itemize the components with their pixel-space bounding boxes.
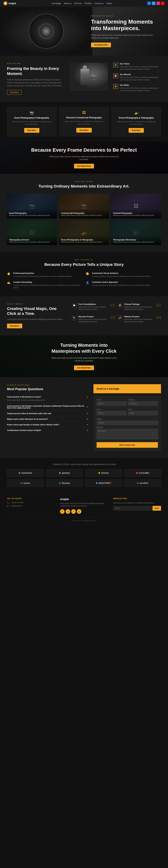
contact-title-box: Send us a message bbox=[94, 384, 161, 393]
nav-portfolio[interactable]: Portfolio bbox=[85, 2, 92, 4]
hero-cta-button[interactable]: Get Started Now bbox=[91, 42, 111, 47]
submit-button[interactable]: Get in touch now bbox=[97, 442, 158, 448]
nav-services[interactable]: Services bbox=[74, 2, 82, 4]
faq-chevron-1: ▼ bbox=[87, 406, 88, 408]
storytelling-icon: ✍ bbox=[7, 281, 11, 284]
logo[interactable]: ◉ snapix bbox=[3, 1, 16, 5]
faq-q-text-2: Tempus posuere tellus do Norinetum adib … bbox=[7, 412, 52, 414]
service-event-cta[interactable]: Read More bbox=[24, 128, 39, 133]
facebook-icon[interactable]: f bbox=[147, 2, 151, 5]
brand-maxtechzo: maxtechzo bbox=[7, 469, 44, 477]
how-read-more-button[interactable]: Read More bbox=[7, 323, 22, 328]
footer-instagram-btn[interactable]: i bbox=[71, 509, 76, 514]
faq-question-0[interactable]: Custo posuere in elit faucibus at ornare… bbox=[7, 396, 88, 398]
portfolio-card-portrait[interactable]: 🖼 Portrait Photography Withas ipsum dolo… bbox=[111, 194, 161, 218]
newsletter-form: Send bbox=[113, 506, 161, 510]
form-row-name-company: Name Company bbox=[97, 399, 158, 407]
cta-title: Turning Moments into Masterpieces with E… bbox=[47, 342, 121, 354]
motto-desc: Withas ipsum dolor sit amet, consectetur… bbox=[120, 87, 161, 92]
nav-homepage[interactable]: Homepage bbox=[52, 2, 61, 4]
parallax-desc: Withas ipsum dolor amet sit consectetur … bbox=[45, 155, 123, 161]
portfolio-card-commercial[interactable]: 📸 Commercial Photography Withas ipsum do… bbox=[59, 194, 109, 218]
twitter-icon[interactable]: t bbox=[152, 2, 156, 5]
portfolio-card-event[interactable]: 📷 Event Photography Withas ipsum dolor s… bbox=[7, 194, 57, 218]
footer-facebook-btn[interactable]: f bbox=[60, 509, 65, 514]
faq-item-4[interactable]: Porten viverra eget faucibus d tristique… bbox=[7, 422, 88, 428]
phone-input[interactable] bbox=[97, 411, 127, 415]
who-read-more-button[interactable]: Read More bbox=[7, 90, 22, 95]
cta-button[interactable]: Get Started Now bbox=[74, 366, 94, 370]
how-label: HOW IT WORKS bbox=[7, 303, 67, 305]
step-package-content: Choose Package Withas ipsum dolor sit am… bbox=[124, 303, 155, 311]
contact-form: Name Company Phone Email Su bbox=[94, 396, 161, 451]
who-title: Framing the Beauty in Every Moment. bbox=[7, 66, 64, 76]
parallax-banner: Because Every Frame Deserves to Be Perfe… bbox=[0, 142, 168, 174]
footer-newsletter-col: Newsletter Subscribe to all our channels… bbox=[113, 498, 161, 514]
mission-box: 🎯 Our Mission Withas ipsum dolor sit ame… bbox=[113, 73, 161, 81]
who-section: WHO WE ARE Framing the Beauty in Every M… bbox=[0, 56, 168, 102]
brands-title: Trusted by 25,000+ world-class brands an… bbox=[7, 463, 161, 466]
faq-question-4[interactable]: Porten viverra eget faucibus d tristique… bbox=[7, 424, 88, 426]
who-middle-col: 📷 bbox=[70, 63, 108, 91]
brand-careva-dot bbox=[21, 482, 23, 484]
parallax-cta-button[interactable]: Get Started Now bbox=[74, 164, 94, 168]
footer-twitter-btn[interactable]: t bbox=[66, 509, 70, 514]
email-input[interactable] bbox=[128, 411, 158, 415]
name-input[interactable] bbox=[97, 401, 127, 406]
faq-item-2[interactable]: Tempus posuere tellus do Norinetum adib … bbox=[7, 411, 88, 416]
expertise-desc: Is ornare porta lacus sit amet ultrices … bbox=[13, 275, 72, 278]
visual-desc: Is ornare porta lacus sit amet ultrices … bbox=[92, 275, 151, 278]
faq-label: COMMON QUESTIONS bbox=[7, 384, 88, 386]
service-event-icon: 📷 bbox=[11, 111, 53, 115]
faq-q-text-1: Custo posuere in elit faucibus consectet… bbox=[7, 405, 87, 409]
brand-bzultancy: BZULTANCY bbox=[85, 479, 122, 487]
company-input[interactable] bbox=[128, 401, 158, 406]
faq-item-1[interactable]: Custo posuere in elit faucibus consectet… bbox=[7, 403, 88, 411]
faq-item-5[interactable]: Condimentum interdum tempor id ligula? ▼ bbox=[7, 428, 88, 433]
faq-item-3[interactable]: Magnis ipsum mattis bibendum id est part… bbox=[7, 416, 88, 422]
service-drone-icon: 🚁 bbox=[115, 111, 157, 115]
brand-careva: careva bbox=[7, 479, 44, 487]
message-textarea[interactable] bbox=[97, 429, 158, 439]
form-field-subject: Subject bbox=[97, 418, 158, 425]
hero-description: Withas ipsum dolor sit amet, consectetur… bbox=[91, 34, 158, 39]
why-title: Because Every Picture Tells a Unique Sto… bbox=[7, 262, 161, 267]
portfolio-card-video[interactable]: 🎥 Videography Services Withas ipsum dolo… bbox=[7, 220, 57, 245]
service-drone-cta[interactable]: Read More bbox=[129, 128, 144, 133]
footer-phone: 📞 +1(302) 456-8555 bbox=[7, 502, 55, 504]
portfolio-card-drone[interactable]: 🚁 Drone Photography & Videography Withas… bbox=[59, 220, 109, 245]
visual-title: Customized Visual Solutions bbox=[92, 272, 151, 274]
nav-pages[interactable]: Pages bbox=[106, 2, 112, 4]
subject-input[interactable] bbox=[97, 421, 158, 425]
newsletter-send-button[interactable]: Send bbox=[153, 506, 161, 510]
email-label: Email bbox=[128, 408, 158, 410]
phone-icon: 📞 bbox=[7, 502, 9, 504]
discover-desc: Withas ipsum dolor sit amet consectetur … bbox=[78, 318, 109, 323]
faq-question-1[interactable]: Custo posuere in elit faucibus consectet… bbox=[7, 405, 88, 409]
nav-about[interactable]: About us bbox=[64, 2, 71, 4]
portfolio-commercial-name: Commercial Photography bbox=[61, 212, 107, 214]
footer-bottom: © 2024 Snapix. All Rights Reserved. bbox=[7, 517, 161, 522]
portfolio-portrait-overlay: Portrait Photography Withas ipsum dolor … bbox=[111, 209, 161, 218]
why-header: WHY CHOOSE US Because Every Picture Tell… bbox=[7, 259, 161, 267]
youtube-icon[interactable]: y bbox=[161, 2, 165, 5]
portfolio-video-desc: Withas ipsum dolor sit amet consectetur … bbox=[9, 241, 55, 243]
footer-youtube-btn[interactable]: y bbox=[77, 509, 81, 514]
instagram-icon[interactable]: i bbox=[157, 2, 160, 5]
faq-item-0[interactable]: Custo posuere in elit faucibus at ornare… bbox=[7, 394, 88, 403]
faq-question-2[interactable]: Tempus posuere tellus do Norinetum adib … bbox=[7, 412, 88, 414]
nav-contact[interactable]: Contact us bbox=[94, 2, 104, 4]
brand-maxtechzo-name: maxtechzo bbox=[21, 472, 32, 474]
step-consultation-content: Free Consultations Withas ipsum dolor si… bbox=[78, 303, 109, 311]
newsletter-input[interactable] bbox=[113, 506, 153, 510]
form-field-name: Name bbox=[97, 399, 127, 406]
portfolio-video-name: Videography Services bbox=[9, 239, 55, 241]
service-drone-desc: Dfficio aute irure dolor in reprehenderi… bbox=[115, 121, 157, 126]
portfolio-commercial-overlay: Commercial Photography Withas ipsum dolo… bbox=[59, 209, 109, 218]
portfolio-card-workshop[interactable]: 🎓 Photography Workshops Withas ipsum dol… bbox=[111, 220, 161, 245]
service-portrait-cta[interactable]: Read More bbox=[76, 128, 92, 132]
storytelling-title: Creative Storytelling bbox=[13, 281, 82, 283]
vision-desc: Withas ipsum dolor sit amet, consectetur… bbox=[120, 65, 161, 70]
faq-question-3[interactable]: Magnis ipsum mattis bibendum id est part… bbox=[7, 418, 88, 420]
faq-question-5[interactable]: Condimentum interdum tempor id ligula? ▼ bbox=[7, 429, 88, 431]
